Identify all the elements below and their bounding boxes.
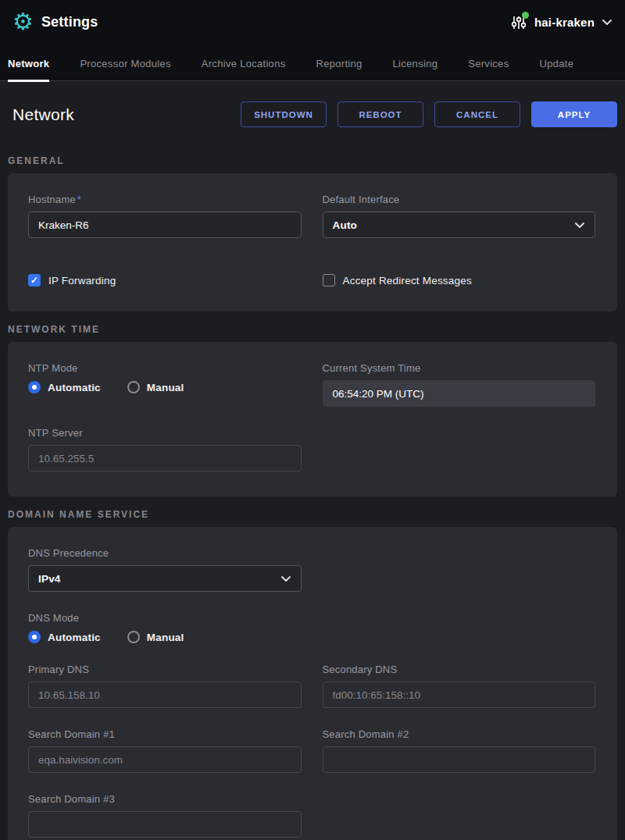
dns-mode-automatic-radio[interactable]: Automatic (28, 631, 101, 643)
brand: ⚙ Settings (12, 11, 98, 34)
checkbox-icon (323, 274, 335, 287)
tab-licensing[interactable]: Licensing (393, 50, 438, 80)
online-status-dot (522, 12, 529, 19)
primary-dns-field: Primary DNS (28, 664, 302, 708)
settings-tab-bar: Network Processor Modules Archive Locati… (0, 44, 625, 81)
ntp-mode-field: NTP Mode Automatic Manual (28, 362, 302, 407)
general-card: Hostname* Default Interface Auto IP Forw… (8, 173, 617, 311)
apply-button[interactable]: APPLY (531, 101, 617, 127)
search-domain-3-field: Search Domain #3 (28, 793, 302, 838)
search-domain-2-field: Search Domain #2 (323, 728, 596, 773)
search-domain-1-field: Search Domain #1 (28, 728, 302, 773)
sliders-icon (510, 14, 527, 31)
accept-redirect-checkbox[interactable]: Accept Redirect Messages (323, 274, 596, 287)
ntp-mode-manual-radio[interactable]: Manual (127, 381, 184, 393)
shutdown-button[interactable]: SHUTDOWN (241, 101, 327, 127)
tab-update[interactable]: Update (539, 50, 573, 80)
dns-precedence-select[interactable]: IPv4 (28, 565, 302, 592)
network-time-card: NTP Mode Automatic Manual Current System… (8, 342, 617, 497)
reboot-button[interactable]: REBOOT (338, 101, 423, 127)
primary-dns-label: Primary DNS (28, 664, 302, 675)
section-network-time-title: NETWORK TIME (0, 311, 625, 342)
user-menu[interactable]: hai-kraken (510, 14, 612, 31)
ntp-mode-automatic-label: Automatic (48, 382, 101, 393)
action-buttons: SHUTDOWN REBOOT CANCEL APPLY (241, 101, 617, 127)
secondary-dns-field: Secondary DNS (323, 664, 596, 708)
chevron-down-icon (574, 222, 585, 229)
search-domain-3-input[interactable] (28, 811, 302, 838)
dns-mode-manual-radio[interactable]: Manual (127, 631, 184, 643)
page-title: Network (12, 105, 74, 124)
dns-mode-radio-group: Automatic Manual (28, 631, 595, 643)
tab-archive-locations[interactable]: Archive Locations (202, 50, 286, 80)
radio-icon (127, 381, 140, 393)
primary-dns-input[interactable] (28, 682, 302, 708)
current-system-time-value: 06:54:20 PM (UTC) (323, 380, 596, 407)
gear-icon: ⚙ (12, 10, 34, 34)
ntp-mode-automatic-radio[interactable]: Automatic (28, 381, 101, 393)
hostname-input[interactable] (28, 212, 302, 238)
username: hai-kraken (534, 16, 595, 29)
dns-precedence-label: DNS Precedence (28, 547, 302, 559)
tab-reporting[interactable]: Reporting (316, 50, 362, 80)
ntp-mode-label: NTP Mode (28, 362, 302, 374)
current-system-time-field: Current System Time 06:54:20 PM (UTC) (323, 362, 596, 407)
chevron-down-icon (280, 575, 291, 582)
hostname-label: Hostname* (28, 194, 302, 205)
cancel-button[interactable]: CANCEL (434, 101, 520, 127)
radio-icon (28, 381, 41, 393)
section-dns-title: DOMAIN NAME SERVICE (0, 497, 625, 527)
default-interface-value: Auto (333, 219, 358, 231)
dns-mode-label: DNS Mode (28, 612, 595, 624)
app-header: ⚙ Settings hai-kraken (0, 0, 625, 44)
dns-precedence-value: IPv4 (38, 573, 61, 585)
ntp-mode-manual-label: Manual (147, 382, 184, 393)
ntp-mode-radio-group: Automatic Manual (28, 381, 302, 393)
search-domain-2-input[interactable] (323, 746, 596, 773)
default-interface-field: Default Interface Auto (323, 194, 596, 238)
dns-precedence-field: DNS Precedence IPv4 (28, 547, 302, 592)
main-content: Network SHUTDOWN REBOOT CANCEL APPLY GEN… (0, 81, 625, 840)
page-header: Network SHUTDOWN REBOOT CANCEL APPLY (0, 81, 625, 143)
ntp-server-field: NTP Server (28, 427, 302, 472)
secondary-dns-input[interactable] (323, 682, 596, 708)
accept-redirect-label: Accept Redirect Messages (343, 275, 472, 287)
default-interface-label: Default Interface (323, 194, 596, 205)
secondary-dns-label: Secondary DNS (323, 664, 596, 675)
radio-icon (28, 631, 41, 643)
tab-network[interactable]: Network (8, 50, 49, 80)
tab-processor-modules[interactable]: Processor Modules (80, 50, 170, 80)
ntp-server-label: NTP Server (28, 427, 302, 439)
app-title: Settings (41, 14, 98, 30)
dns-card: DNS Precedence IPv4 DNS Mode Automatic M… (8, 527, 617, 840)
dns-mode-field: DNS Mode Automatic Manual (28, 612, 595, 643)
search-domain-3-label: Search Domain #3 (28, 793, 302, 805)
tab-services[interactable]: Services (468, 50, 509, 80)
ntp-server-input[interactable] (28, 445, 302, 472)
ip-forwarding-checkbox[interactable]: IP Forwarding (28, 274, 302, 287)
search-domain-1-input[interactable] (28, 746, 302, 773)
radio-icon (127, 631, 140, 643)
dns-mode-manual-label: Manual (147, 632, 184, 643)
hostname-field: Hostname* (28, 194, 302, 238)
default-interface-select[interactable]: Auto (323, 212, 596, 238)
required-asterisk: * (77, 194, 81, 205)
search-domain-2-label: Search Domain #2 (323, 728, 596, 740)
section-general-title: GENERAL (0, 143, 625, 173)
search-domain-1-label: Search Domain #1 (28, 728, 302, 740)
chevron-down-icon (602, 19, 612, 26)
current-system-time-label: Current System Time (323, 362, 596, 374)
dns-mode-automatic-label: Automatic (48, 632, 101, 643)
ip-forwarding-label: IP Forwarding (48, 275, 116, 287)
checkbox-icon (28, 274, 41, 287)
